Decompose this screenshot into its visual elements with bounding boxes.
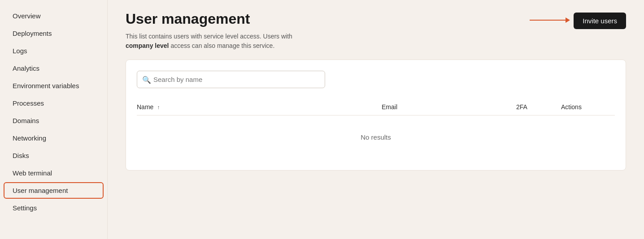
sidebar-item-deployments[interactable]: Deployments [4, 25, 104, 42]
arrow-head [566, 17, 570, 23]
header-left: User management This list contains users… [126, 11, 530, 51]
content-panel: 🔍 Name ↑ Email 2FA Actions No results [126, 60, 626, 171]
arrow-indicator [530, 17, 570, 23]
table-header-2fa: 2FA [516, 103, 561, 111]
page-header: User management This list contains users… [126, 11, 626, 51]
sidebar: Overview Deployments Logs Analytics Envi… [0, 0, 108, 239]
table-header-name: Name ↑ [137, 103, 382, 111]
sidebar-item-settings[interactable]: Settings [4, 200, 104, 216]
sidebar-item-environment-variables[interactable]: Environment variables [4, 77, 104, 94]
sidebar-item-domains[interactable]: Domains [4, 112, 104, 129]
sort-icon: ↑ [157, 104, 160, 111]
search-input[interactable] [137, 71, 325, 88]
table-header-email: Email [382, 103, 516, 111]
sidebar-item-disks[interactable]: Disks [4, 147, 104, 164]
main-content: User management This list contains users… [108, 0, 644, 239]
table-body: No results [137, 115, 615, 159]
search-icon: 🔍 [142, 75, 151, 84]
page-description: This list contains users with service le… [126, 32, 305, 51]
search-container: 🔍 [137, 71, 615, 88]
page-title: User management [126, 11, 530, 27]
search-input-wrapper: 🔍 [137, 71, 325, 88]
sidebar-item-processes[interactable]: Processes [4, 95, 104, 111]
sidebar-item-overview[interactable]: Overview [4, 8, 104, 24]
table-header-actions: Actions [561, 103, 615, 111]
sidebar-item-networking[interactable]: Networking [4, 130, 104, 146]
sidebar-item-logs[interactable]: Logs [4, 43, 104, 59]
empty-message: No results [361, 133, 391, 141]
arrow-line [530, 20, 566, 21]
table-header: Name ↑ Email 2FA Actions [137, 99, 615, 115]
invite-button-area: Invite users [530, 11, 626, 29]
table-container: Name ↑ Email 2FA Actions No results [137, 99, 615, 159]
sidebar-item-user-management[interactable]: User management [4, 182, 104, 199]
invite-users-button[interactable]: Invite users [574, 13, 626, 29]
sidebar-item-web-terminal[interactable]: Web terminal [4, 165, 104, 181]
sidebar-item-analytics[interactable]: Analytics [4, 60, 104, 77]
